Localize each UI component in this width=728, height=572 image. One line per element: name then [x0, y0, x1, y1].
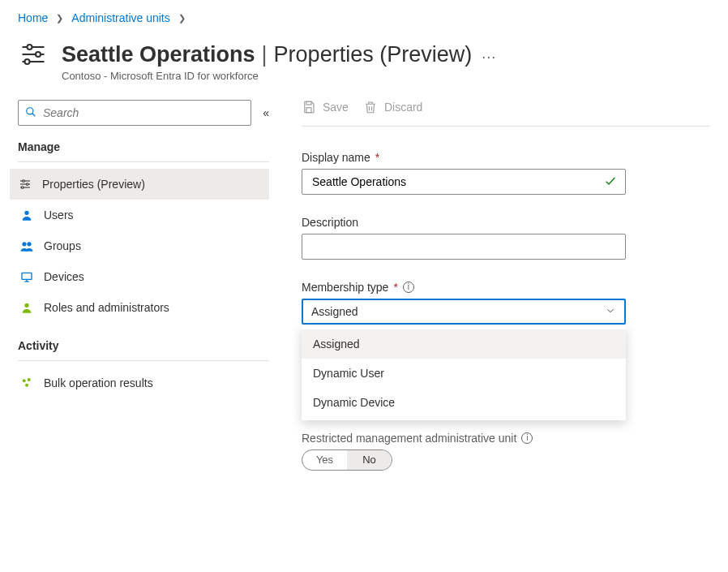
breadcrumb-admin-units[interactable]: Administrative units	[71, 11, 169, 24]
sidebar-item-label: Groups	[44, 239, 81, 252]
sidebar-item-users[interactable]: Users	[10, 200, 269, 230]
trash-icon	[363, 100, 378, 114]
breadcrumb: Home ❯ Administrative units ❯	[18, 11, 710, 24]
toggle-yes[interactable]: Yes	[302, 450, 347, 470]
page-title-section: Properties (Preview)	[274, 42, 473, 67]
svg-point-13	[21, 187, 24, 189]
sidebar-item-label: Users	[44, 209, 74, 221]
membership-type-value: Assigned	[311, 305, 358, 318]
chevron-right-icon: ❯	[56, 13, 63, 24]
toggle-no[interactable]: No	[347, 450, 392, 470]
breadcrumb-home[interactable]: Home	[18, 11, 48, 24]
svg-point-21	[23, 379, 26, 382]
svg-point-20	[24, 303, 28, 308]
discard-button[interactable]: Discard	[363, 100, 422, 114]
membership-type-label: Membership type	[302, 281, 388, 294]
sidebar-item-devices[interactable]: Devices	[10, 261, 269, 292]
more-button[interactable]: ···	[482, 49, 496, 66]
required-indicator: *	[375, 151, 379, 164]
sidebar-item-label: Properties (Preview)	[42, 178, 145, 191]
restricted-mgmt-toggle[interactable]: Yes No	[302, 449, 392, 471]
svg-point-14	[24, 211, 28, 215]
sidebar-item-label: Roles and administrators	[44, 301, 169, 314]
display-name-label: Display name	[302, 151, 370, 164]
field-description: Description	[302, 216, 710, 260]
sidebar-item-roles[interactable]: Roles and administrators	[10, 292, 269, 323]
chevron-right-icon: ❯	[178, 13, 186, 24]
svg-rect-25	[306, 108, 311, 113]
info-icon[interactable]: i	[521, 432, 533, 444]
group-icon	[19, 239, 34, 253]
sidebar: « Manage Properties (Preview) Users	[18, 100, 269, 471]
sidebar-section-activity: Activity	[18, 339, 269, 352]
sidebar-item-groups[interactable]: Groups	[10, 230, 269, 261]
svg-rect-24	[306, 101, 311, 105]
field-membership-type: Membership type * i Assigned Assigned Dy…	[302, 281, 710, 325]
description-label: Description	[302, 216, 358, 229]
required-indicator: *	[393, 281, 397, 294]
svg-point-15	[22, 242, 26, 246]
collapse-sidebar-button[interactable]: «	[263, 106, 269, 119]
search-icon	[25, 106, 36, 120]
sidebar-item-bulk-results[interactable]: Bulk operation results	[10, 368, 269, 398]
settings-sliders-icon	[18, 39, 49, 70]
svg-point-11	[26, 183, 28, 186]
svg-point-1	[28, 45, 32, 49]
restricted-mgmt-label: Restricted management administrative uni…	[302, 432, 516, 445]
svg-point-6	[27, 107, 33, 114]
svg-point-9	[23, 180, 25, 183]
page-title-name: Seattle Operations	[62, 42, 255, 67]
sidebar-search[interactable]	[18, 100, 251, 126]
sidebar-item-label: Devices	[44, 270, 84, 283]
svg-rect-17	[22, 273, 32, 279]
membership-type-dropdown: Assigned Dynamic User Dynamic Device	[302, 326, 626, 420]
sidebar-section-manage: Manage	[18, 140, 269, 153]
sidebar-item-properties[interactable]: Properties (Preview)	[10, 169, 269, 200]
settings-sliders-icon	[18, 177, 32, 191]
svg-point-5	[25, 59, 30, 64]
dropdown-option-dynamic-user[interactable]: Dynamic User	[302, 359, 626, 388]
device-icon	[19, 269, 34, 284]
chevron-down-icon	[605, 305, 616, 319]
check-icon	[604, 174, 617, 190]
admin-role-icon	[19, 300, 34, 315]
bulk-results-icon	[19, 376, 34, 390]
svg-point-22	[28, 378, 31, 381]
svg-point-16	[27, 242, 31, 246]
divider	[18, 360, 269, 361]
toolbar: Save Discard	[302, 100, 710, 127]
page-subtitle: Contoso - Microsoft Entra ID for workfor…	[62, 70, 710, 82]
description-input[interactable]	[310, 239, 617, 254]
divider	[18, 161, 269, 162]
sidebar-item-label: Bulk operation results	[44, 376, 153, 389]
field-restricted-mgmt: Restricted management administrative uni…	[302, 432, 710, 471]
dropdown-option-dynamic-device[interactable]: Dynamic Device	[302, 388, 626, 417]
display-name-input[interactable]	[310, 174, 604, 189]
description-input-wrap[interactable]	[302, 234, 626, 260]
field-display-name: Display name *	[302, 151, 710, 195]
search-input[interactable]	[41, 105, 244, 120]
title-separator: |	[262, 42, 268, 67]
display-name-input-wrap[interactable]	[302, 169, 626, 195]
membership-type-select[interactable]: Assigned	[302, 299, 626, 325]
save-button[interactable]: Save	[302, 100, 349, 114]
dropdown-option-assigned[interactable]: Assigned	[302, 329, 626, 359]
svg-line-7	[32, 113, 36, 116]
svg-point-23	[25, 384, 28, 387]
main-content: Save Discard Display name *	[302, 100, 710, 471]
discard-label: Discard	[384, 101, 422, 114]
save-label: Save	[323, 101, 349, 114]
user-icon	[19, 208, 34, 222]
svg-point-3	[36, 52, 41, 57]
save-icon	[302, 100, 316, 114]
info-icon[interactable]: i	[403, 282, 414, 293]
page-header: Seattle Operations | Properties (Preview…	[18, 39, 710, 70]
